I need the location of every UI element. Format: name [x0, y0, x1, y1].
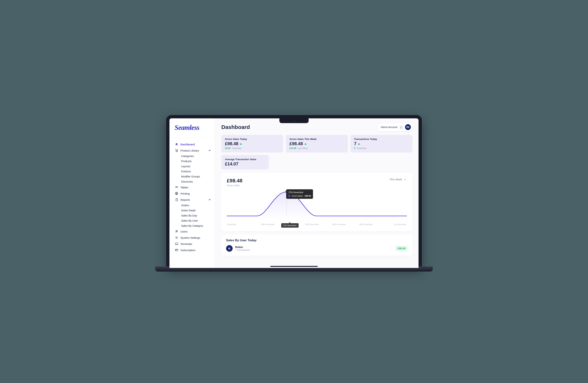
stat-avg-transaction[interactable]: Average Transaction Value £14.07: [221, 155, 269, 170]
tooltip-series-dot: [288, 195, 290, 197]
sidebar-item-users[interactable]: Users: [173, 228, 213, 234]
chart-value: £98.48: [227, 178, 243, 184]
sidebar-item-product-library[interactable]: Product Library: [173, 147, 213, 153]
sidebar-sub-layouts[interactable]: Layouts: [173, 164, 213, 169]
stat-gross-sales-week[interactable]: Gross Sales This Week £98.48 £10.49 Last…: [286, 135, 348, 153]
trend-up-icon: [240, 143, 242, 145]
stat-value-text: £98.48: [290, 141, 303, 146]
svg-point-6: [176, 230, 177, 231]
topbar: Dashboard Demo Account RK: [221, 123, 412, 131]
trend-up-icon: [304, 143, 307, 145]
chevron-up-icon: [208, 149, 211, 152]
gear-icon: [175, 236, 178, 239]
sidebar-sub-sales-by-day[interactable]: Sales By Day: [173, 213, 213, 218]
stat-sub-green: £0.00: [225, 147, 231, 150]
stat-title: Gross Sales Today: [225, 138, 280, 140]
sidebar-label: Product Library: [180, 149, 199, 152]
stat-value-text: £98.48: [225, 141, 238, 146]
sidebar-sub-orders[interactable]: Orders: [173, 203, 213, 208]
stat-value: £14.07: [225, 161, 265, 167]
sidebar-sub-categories[interactable]: Categories: [173, 153, 213, 159]
sidebar-item-reports[interactable]: Reports: [173, 197, 213, 203]
stat-value: £98.48: [290, 141, 344, 146]
sidebar-nav: Dashboard Product Library Categories Pro…: [169, 140, 215, 255]
svg-point-0: [176, 151, 176, 152]
sidebar: Seamless Dashboard Product Library Categ…: [169, 118, 215, 268]
printer-icon: [175, 192, 178, 195]
chart-subtitle: Gross Sales: [227, 184, 243, 187]
sidebar-sub-order-detail[interactable]: Order Detail: [173, 208, 213, 213]
chart-body[interactable]: 27th November Gross Sales: £98.48: [227, 189, 407, 223]
cart-icon: [175, 149, 178, 152]
stat-sub-green: 0: [354, 147, 355, 150]
sidebar-label: Dashboard: [180, 143, 195, 146]
card-icon: [175, 249, 178, 252]
sidebar-sub-sales-by-category[interactable]: Sales By Category: [173, 223, 213, 228]
stat-transactions-today[interactable]: Transactions Today 7 0 Yesterday: [350, 135, 412, 153]
sidebar-item-subscription[interactable]: Subscription: [173, 247, 213, 253]
stat-value-text: £14.07: [225, 161, 238, 167]
app-window: Seamless Dashboard Product Library Categ…: [169, 118, 419, 268]
chevron-down-icon: [403, 178, 407, 181]
svg-rect-2: [176, 187, 178, 187]
trend-up-icon: [358, 143, 360, 145]
avatar[interactable]: RK: [405, 124, 411, 130]
sidebar-label: Terminals: [180, 242, 192, 246]
account-name: Demo Account: [381, 126, 397, 129]
stat-sub: £0.00 Yesterday: [225, 147, 280, 150]
stat-sub-green: £10.49: [290, 147, 296, 150]
stat-sub: 0 Yesterday: [354, 147, 409, 150]
document-icon: [175, 198, 178, 201]
chevron-up-icon: [208, 198, 211, 201]
period-selector[interactable]: This Week: [390, 178, 407, 181]
sidebar-item-tables[interactable]: Tables: [173, 184, 213, 191]
stat-sub: £10.49 Last Week: [290, 147, 344, 150]
sidebar-sub-modifier-groups[interactable]: Modifier Groups: [173, 174, 213, 179]
x-tick: 29th November: [326, 223, 353, 228]
user-row[interactable]: R Robin 7 transactions £98.48: [226, 245, 408, 252]
sidebar-item-terminals[interactable]: Terminals: [173, 241, 213, 247]
user-amount-badge: £98.48: [395, 246, 408, 251]
x-tick: 28th November: [298, 223, 326, 228]
tables-icon: [175, 186, 178, 189]
svg-rect-9: [175, 243, 178, 245]
stat-title: Average Transaction Value: [225, 158, 265, 161]
sidebar-sub-sales-by-user[interactable]: Sales By User: [173, 218, 213, 223]
sidebar-item-system-settings[interactable]: System Settings: [173, 234, 213, 241]
chart-plot: [227, 189, 407, 220]
account-pill[interactable]: Demo Account RK: [378, 123, 412, 131]
x-tick: 30th November: [353, 223, 379, 228]
monitor-icon: [175, 242, 178, 246]
stat-gross-sales-today[interactable]: Gross Sales Today £98.48 £0.00 Yesterday: [221, 135, 283, 153]
laptop-notch: [279, 118, 309, 123]
users-icon: [175, 230, 178, 233]
x-tick-active: 27th November: [281, 223, 298, 228]
sidebar-item-dashboard[interactable]: Dashboard: [173, 141, 213, 147]
stat-title: Gross Sales This Week: [290, 138, 344, 140]
svg-point-8: [176, 237, 177, 238]
home-indicator: [270, 266, 318, 267]
chart-header: £98.48 Gross Sales This Week: [227, 178, 407, 187]
sidebar-label: Reports: [180, 198, 190, 201]
svg-point-1: [177, 151, 177, 152]
chart-card: £98.48 Gross Sales This Week: [221, 173, 412, 231]
chart-x-axis: November 26th November 27th November 28t…: [227, 223, 407, 228]
sidebar-label: Subscription: [180, 249, 196, 252]
sidebar-sub-products[interactable]: Products: [173, 159, 213, 164]
tooltip-value: £98.48: [305, 195, 311, 197]
page-title: Dashboard: [221, 124, 250, 130]
stat-value: 7: [354, 141, 409, 146]
user-name: Robin: [235, 246, 250, 249]
sidebar-sub-portions[interactable]: Portions: [173, 169, 213, 174]
bell-icon[interactable]: [399, 125, 403, 129]
tooltip-label: Gross Sales:: [292, 195, 303, 197]
stat-value: £98.48: [225, 141, 280, 146]
chart-tooltip: 27th November Gross Sales: £98.48: [286, 189, 313, 199]
sidebar-label: System Settings: [180, 236, 200, 239]
x-tick: 26th November: [254, 223, 281, 228]
period-label: This Week: [390, 178, 402, 181]
stat-value-text: 7: [354, 141, 357, 146]
sidebar-sub-discounts[interactable]: Discounts: [173, 179, 213, 184]
sidebar-item-printing[interactable]: Printing: [173, 191, 213, 197]
sidebar-label: Users: [180, 230, 188, 233]
